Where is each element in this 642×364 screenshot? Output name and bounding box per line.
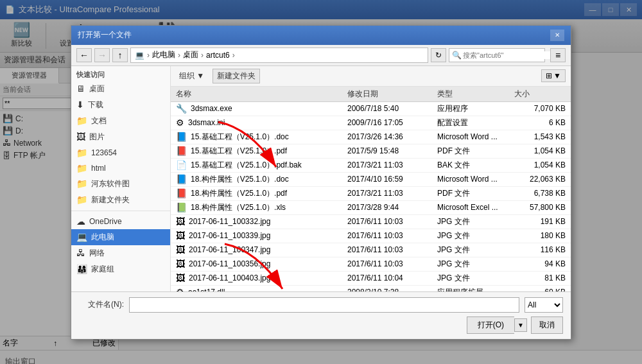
file-row[interactable]: 🖼 2017-06-11_100347.jpg 2017/6/11 10:03 … bbox=[171, 243, 571, 257]
file-name-cell: 📕 18.构件属性（V25.1.0）.pdf bbox=[176, 188, 347, 199]
header-size[interactable]: 大小 bbox=[514, 89, 566, 100]
file-row[interactable]: 📘 15.基础工程（V25.1.0）.doc 2017/3/26 14:36 M… bbox=[171, 130, 571, 144]
breadcrumb-desktop[interactable]: 桌面 bbox=[183, 49, 198, 60]
search-icon: 🔍 bbox=[452, 51, 462, 60]
nav-item-desktop[interactable]: 🖥 桌面 bbox=[71, 81, 170, 97]
new-folder-button[interactable]: 新建文件夹 bbox=[213, 69, 260, 83]
file-icon: 🖼 bbox=[176, 216, 185, 227]
nav-item-network-label: 网络 bbox=[89, 248, 105, 259]
quick-access-header: 快速访问 bbox=[71, 69, 170, 81]
dialog-footer: 文件名(N): All 打开(O) ▼ 取消 bbox=[71, 291, 571, 339]
file-size: 1,054 KB bbox=[514, 146, 566, 155]
file-type: Microsoft Word ... bbox=[437, 175, 514, 184]
file-type: 应用程序 bbox=[437, 103, 514, 114]
nav-item-pictures[interactable]: 🖼 图片 bbox=[71, 129, 170, 145]
search-input[interactable] bbox=[463, 51, 551, 59]
breadcrumb-sep2: › bbox=[178, 51, 180, 60]
view-button[interactable]: ⊞ ▼ bbox=[541, 69, 566, 82]
nav-item-thispc-label: 此电脑 bbox=[91, 232, 114, 243]
file-type: JPG 文件 bbox=[437, 230, 514, 241]
file-row[interactable]: 📕 18.构件属性（V25.1.0）.pdf 2017/3/21 11:03 P… bbox=[171, 187, 571, 201]
back-button[interactable]: ← bbox=[76, 48, 92, 62]
nav-separator bbox=[71, 211, 170, 211]
folder-123654-icon: 📁 bbox=[76, 148, 87, 158]
dialog-title-bar: 打开第一个文件 ✕ bbox=[71, 26, 571, 45]
open-button-group: 打开(O) ▼ bbox=[467, 316, 527, 334]
file-name: 2017-06-11_100339.jpg bbox=[189, 231, 270, 240]
dialog-close-button[interactable]: ✕ bbox=[550, 30, 564, 41]
file-row[interactable]: 🔧 3dsmax.exe 2006/7/18 5:40 应用程序 7,070 K… bbox=[171, 102, 571, 116]
header-name[interactable]: 名称 bbox=[176, 89, 347, 100]
filename-input[interactable] bbox=[129, 297, 519, 313]
file-type: Microsoft Excel ... bbox=[437, 203, 514, 212]
file-row[interactable]: 🖼 2017-06-11_100403.jpg 2017/6/11 10:04 … bbox=[171, 272, 571, 286]
file-date: 2006/7/18 5:40 bbox=[347, 104, 437, 113]
nav-item-thispc[interactable]: 💻 此电脑 bbox=[71, 229, 170, 245]
dialog-title: 打开第一个文件 bbox=[78, 30, 132, 40]
file-type: BAK 文件 bbox=[437, 160, 514, 171]
file-name: 2017-06-11_100356.jpg bbox=[189, 259, 270, 268]
cancel-button[interactable]: 取消 bbox=[531, 316, 563, 334]
file-icon: 📕 bbox=[176, 188, 187, 198]
file-name: 18.构件属性（V25.1.0）.doc bbox=[191, 174, 289, 185]
file-icon: 🔧 bbox=[176, 103, 187, 114]
up-button[interactable]: ↑ bbox=[112, 48, 128, 62]
nav-item-network[interactable]: 🖧 网络 bbox=[71, 245, 170, 261]
file-panel: 组织 ▼ 新建文件夹 ⊞ ▼ 名称 修改日期 类型 大小 bbox=[171, 66, 571, 291]
file-size: 6 KB bbox=[514, 118, 566, 127]
nav-item-html[interactable]: 📁 html bbox=[71, 160, 170, 176]
file-row[interactable]: 🖼 2017-06-11_100332.jpg 2017/6/11 10:03 … bbox=[171, 215, 571, 229]
thispc-icon: 💻 bbox=[76, 232, 87, 242]
dialog-title-controls: ✕ bbox=[550, 30, 564, 41]
file-type: JPG 文件 bbox=[437, 216, 514, 227]
file-row[interactable]: 📄 15.基础工程（V25.1.0）.pdf.bak 2017/3/21 11:… bbox=[171, 159, 571, 173]
view-arrow: ▼ bbox=[553, 71, 561, 80]
breadcrumb-folder[interactable]: artcut6 bbox=[206, 51, 230, 60]
view-icon: ⊞ bbox=[546, 71, 552, 80]
file-type: 应用程序扩展 bbox=[437, 287, 514, 291]
header-date[interactable]: 修改日期 bbox=[347, 89, 437, 100]
view-toggle-button[interactable]: ≡ bbox=[550, 48, 566, 62]
nav-item-hedong[interactable]: 📁 河东软件图 bbox=[71, 176, 170, 192]
file-date: 2017/6/11 10:03 bbox=[347, 259, 437, 268]
file-date: 2017/6/11 10:04 bbox=[347, 273, 437, 282]
footer-actions-row: 打开(O) ▼ 取消 bbox=[79, 316, 563, 334]
file-row[interactable]: 📕 15.基础工程（V25.1.0）.pdf 2017/5/9 15:48 PD… bbox=[171, 144, 571, 159]
nav-item-onedrive-label: OneDrive bbox=[89, 217, 122, 226]
file-size: 7,070 KB bbox=[514, 104, 566, 113]
folder-html-icon: 📁 bbox=[76, 163, 87, 173]
file-row[interactable]: ⚙ ac1st17.dll 2008/2/10 7:28 应用程序扩展 60 K… bbox=[171, 286, 571, 291]
file-row[interactable]: 📗 18.构件属性（V25.1.0）.xls 2017/3/28 9:44 Mi… bbox=[171, 201, 571, 215]
open-arrow-button[interactable]: ▼ bbox=[514, 318, 527, 332]
file-name: 2017-06-11_100403.jpg bbox=[189, 273, 270, 282]
nav-item-homegroup[interactable]: 👨‍👩‍👧 家庭组 bbox=[71, 261, 170, 277]
file-date: 2017/6/11 10:03 bbox=[347, 245, 437, 254]
nav-item-download[interactable]: ⬇ 下载 bbox=[71, 97, 170, 113]
file-date: 2017/6/11 10:03 bbox=[347, 231, 437, 240]
breadcrumb-pc[interactable]: 此电脑 bbox=[152, 49, 175, 60]
file-name-cell: 🖼 2017-06-11_100332.jpg bbox=[176, 216, 347, 227]
refresh-button[interactable]: ↻ bbox=[431, 48, 446, 62]
file-size: 6,738 KB bbox=[514, 189, 566, 198]
file-row[interactable]: ⚙ 3dsmax.ini 2009/7/16 17:05 配置设置 6 KB bbox=[171, 116, 571, 130]
network-nav-icon: 🖧 bbox=[76, 248, 85, 258]
header-type[interactable]: 类型 bbox=[437, 89, 514, 100]
file-name-cell: 📗 18.构件属性（V25.1.0）.xls bbox=[176, 202, 347, 213]
file-date: 2017/3/21 11:03 bbox=[347, 189, 437, 198]
file-type-select[interactable]: All bbox=[525, 297, 563, 313]
open-main-button[interactable]: 打开(O) bbox=[467, 316, 514, 334]
file-name: 3dsmax.exe bbox=[191, 104, 232, 113]
organize-button[interactable]: 组织 ▼ bbox=[176, 69, 207, 83]
breadcrumb-bar: 💻 › 此电脑 › 桌面 › artcut6 › bbox=[130, 48, 428, 63]
nav-item-onedrive[interactable]: ☁ OneDrive bbox=[71, 214, 170, 229]
file-size: 191 KB bbox=[514, 217, 566, 226]
file-type: PDF 文件 bbox=[437, 146, 514, 157]
nav-item-123654[interactable]: 📁 123654 bbox=[71, 145, 170, 160]
breadcrumb-arrow: › bbox=[232, 51, 235, 60]
forward-button[interactable]: → bbox=[94, 48, 110, 62]
file-row[interactable]: 🖼 2017-06-11_100339.jpg 2017/6/11 10:03 … bbox=[171, 229, 571, 243]
file-row[interactable]: 📘 18.构件属性（V25.1.0）.doc 2017/4/10 16:59 M… bbox=[171, 173, 571, 187]
nav-item-docs[interactable]: 📁 文档 bbox=[71, 113, 170, 129]
nav-item-newfolder[interactable]: 📁 新建文件夹 bbox=[71, 192, 170, 208]
file-row[interactable]: 🖼 2017-06-11_100356.jpg 2017/6/11 10:03 … bbox=[171, 257, 571, 272]
